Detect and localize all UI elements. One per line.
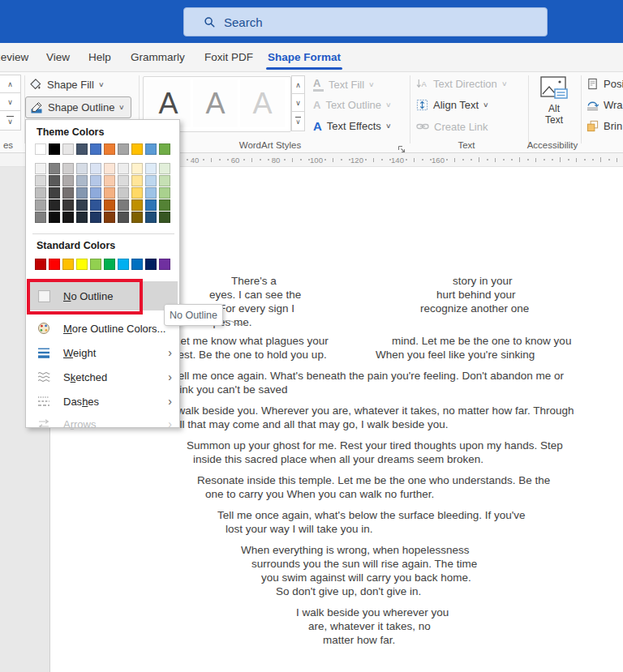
standard-color-swatch[interactable] [35,259,46,270]
theme-variant-swatch[interactable] [118,163,129,174]
gallery-more-button[interactable]: ∨ [0,110,21,131]
theme-variant-swatch[interactable] [104,175,115,186]
theme-variant-swatch[interactable] [104,199,115,211]
theme-variant-swatch[interactable] [145,199,157,211]
gallery-up-button[interactable]: ∧ [0,75,21,93]
theme-variant-swatch[interactable] [131,212,143,223]
theme-variant-swatch[interactable] [35,187,46,199]
create-link-button[interactable]: Create Link [416,120,488,133]
theme-color-swatch[interactable] [76,143,88,155]
theme-variant-swatch[interactable] [62,199,74,211]
theme-variant-swatch[interactable] [76,199,88,211]
theme-variant-swatch[interactable] [145,187,157,199]
text-effects-button[interactable]: A Text Effects ∨ [313,120,391,132]
theme-variant-swatch[interactable] [49,175,60,186]
theme-variant-swatch[interactable] [49,163,60,174]
theme-variant-swatch[interactable] [159,212,170,223]
theme-color-swatch[interactable] [159,143,170,155]
tab-shape-format[interactable]: Shape Format [268,43,341,71]
theme-variant-swatch[interactable] [90,175,101,186]
theme-variant-swatch[interactable] [49,187,60,199]
menu-item-arrows[interactable]: Arrows › [28,413,178,435]
tab-help[interactable]: Help [88,43,111,71]
theme-variant-swatch[interactable] [90,163,101,174]
menu-item-sketched[interactable]: Sketched › [28,366,178,388]
text-outline-button[interactable]: A Text Outline ∨ [313,99,391,111]
theme-variant-swatch[interactable] [104,187,115,199]
theme-color-swatch[interactable] [118,143,129,155]
theme-variant-swatch[interactable] [49,199,60,211]
tab-grammarly[interactable]: Grammarly [131,43,185,71]
theme-variant-swatch[interactable] [131,199,143,211]
theme-color-swatch[interactable] [131,143,143,155]
theme-variant-swatch[interactable] [131,163,143,174]
theme-variant-swatch[interactable] [35,175,46,186]
standard-color-swatch[interactable] [118,259,129,270]
theme-color-swatch[interactable] [145,143,157,155]
standard-color-swatch[interactable] [145,259,157,270]
theme-variant-swatch[interactable] [159,175,170,186]
theme-variant-swatch[interactable] [62,163,74,174]
standard-color-swatch[interactable] [76,259,88,270]
theme-variant-swatch[interactable] [159,163,170,174]
theme-color-swatch[interactable] [104,143,115,155]
theme-variant-swatch[interactable] [118,175,129,186]
theme-variant-swatch[interactable] [76,212,88,223]
theme-variant-swatch[interactable] [118,199,129,211]
standard-color-swatch[interactable] [104,259,115,270]
theme-variant-swatch[interactable] [62,187,74,199]
theme-color-swatch[interactable] [62,143,74,155]
gallery-down-button[interactable]: ∨ [291,93,305,112]
theme-variant-swatch[interactable] [145,175,157,186]
theme-variant-swatch[interactable] [49,212,60,223]
theme-variant-swatch[interactable] [90,199,101,211]
theme-color-swatch[interactable] [35,143,46,155]
theme-variant-swatch[interactable] [159,199,170,211]
theme-variant-swatch[interactable] [35,163,46,174]
shape-outline-button[interactable]: Shape Outline ∨ [25,96,131,118]
theme-variant-swatch[interactable] [104,212,115,223]
theme-variant-swatch[interactable] [118,187,129,199]
text-fill-button[interactable]: A Text Fill ∨ [313,78,374,92]
standard-color-swatch[interactable] [90,259,101,270]
theme-variant-swatch[interactable] [76,163,88,174]
theme-variant-swatch[interactable] [90,212,101,223]
alt-text-button[interactable]: Alt Text [531,75,577,132]
theme-variant-swatch[interactable] [35,199,46,211]
standard-color-swatch[interactable] [49,259,60,270]
menu-item-dashes[interactable]: Dashes › [28,390,178,413]
gallery-more-button[interactable]: ∨ [291,111,305,131]
search-box[interactable]: Search [183,7,548,36]
theme-variant-swatch[interactable] [62,212,74,223]
gallery-up-button[interactable]: ∧ [291,75,305,94]
theme-variant-swatch[interactable] [76,175,88,186]
wordart-style-option-3[interactable]: A [240,79,285,127]
theme-variant-swatch[interactable] [131,187,143,199]
theme-variant-swatch[interactable] [118,212,129,223]
tab-foxit-pdf[interactable]: Foxit PDF [204,43,253,71]
gallery-down-button[interactable]: ∨ [0,92,21,111]
theme-color-swatch[interactable] [49,143,60,155]
tab-view[interactable]: View [46,43,70,71]
bring-forward-button[interactable]: Brin [586,120,622,132]
wordart-style-option-2[interactable]: A [193,79,238,127]
standard-color-swatch[interactable] [131,259,143,270]
menu-item-weight[interactable]: Weight › [28,341,178,364]
theme-variant-swatch[interactable] [35,212,46,223]
tab-review[interactable]: Review [0,43,28,71]
theme-variant-swatch[interactable] [131,175,143,186]
standard-color-swatch[interactable] [159,259,170,270]
theme-color-swatch[interactable] [90,143,101,155]
wrap-text-button[interactable]: Wra [586,99,623,111]
theme-variant-swatch[interactable] [104,163,115,174]
theme-variant-swatch[interactable] [145,163,157,174]
text-direction-button[interactable]: A Text Direction ∨ [416,78,507,90]
align-text-button[interactable]: Align Text ∨ [416,99,488,111]
theme-variant-swatch[interactable] [145,212,157,223]
theme-variant-swatch[interactable] [62,175,74,186]
position-button[interactable]: Posi [586,78,623,90]
standard-color-swatch[interactable] [62,259,74,270]
theme-variant-swatch[interactable] [159,187,170,199]
theme-variant-swatch[interactable] [76,187,88,199]
menu-item-more-outline-colors[interactable]: More Outline Colors... [28,317,178,340]
